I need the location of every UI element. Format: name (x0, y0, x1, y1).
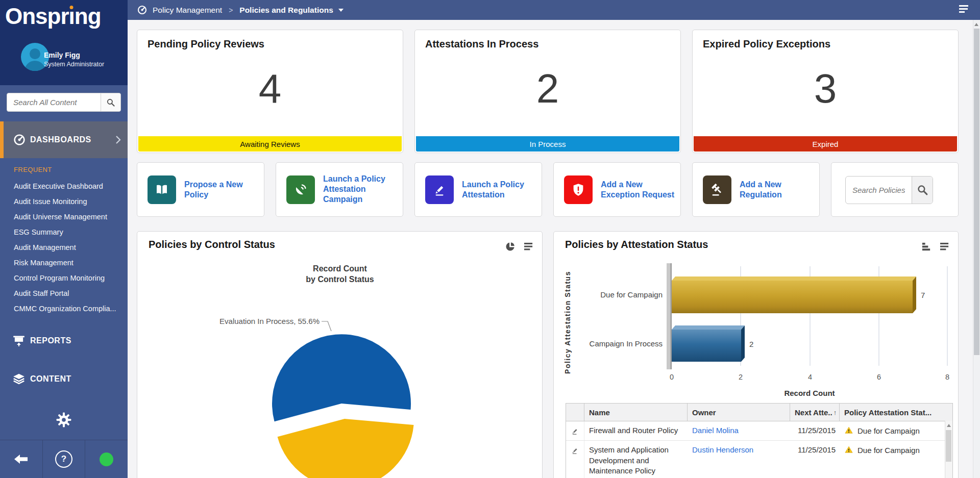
status-button[interactable] (85, 440, 128, 478)
sidebar-dashboards-label: DASHBOARDS (30, 121, 91, 158)
gear-icon (55, 411, 72, 429)
status-badge: Awaiting Reviews (138, 136, 402, 152)
cell-name: System and Application Development and M… (584, 441, 688, 478)
green-status-icon (100, 452, 113, 466)
policy-search-button[interactable] (912, 177, 933, 204)
table-header-row: Name Owner Next Atte..↑ Policy Attestati… (566, 404, 952, 421)
satellite-icon (286, 175, 315, 204)
policy-search-input[interactable] (846, 177, 912, 204)
breadcrumb-current[interactable]: Policies and Regulations (239, 6, 333, 15)
kpi-value: 3 (693, 67, 958, 111)
attestation-table: Name Owner Next Atte..↑ Policy Attestati… (566, 403, 953, 478)
kpi-card-expired-policy-exceptions[interactable]: Expired Policy Exceptions 3 Expired (692, 30, 959, 153)
bar-campaign-in-process[interactable] (672, 325, 745, 362)
column-header-owner[interactable]: Owner (688, 404, 790, 421)
sidebar-item-audit-executive-dashboard[interactable]: Audit Executive Dashboard (14, 179, 124, 194)
page-scrollbar[interactable] (973, 20, 980, 478)
admin-settings-button[interactable] (55, 411, 72, 431)
edit-column-header (566, 404, 584, 421)
search-icon (106, 98, 115, 107)
sidebar-item-audit-staff-portal[interactable]: Audit Staff Portal (14, 286, 124, 301)
global-search-button[interactable] (101, 93, 120, 111)
sidebar-item-cmmc-organization-compliance[interactable]: CMMC Organization Complia... (14, 301, 124, 316)
launch-attestation-campaign-button[interactable]: Launch a Policy Attestation Campaign (276, 162, 403, 217)
value-label: 7 (921, 291, 925, 299)
annotation-leader-line (322, 321, 331, 331)
sidebar-item-risk-management[interactable]: Risk Management (14, 255, 124, 270)
action-label: Launch a Policy Attestation (462, 179, 537, 200)
propose-new-policy-button[interactable]: Propose a New Policy (137, 162, 264, 217)
logo-block: Onsprıng Emily Figg System Administrator (0, 0, 128, 85)
pie-slice-evaluation-in-process[interactable] (272, 334, 411, 421)
action-label: Launch a Policy Attestation Campaign (323, 174, 399, 205)
collapse-sidebar-button[interactable] (0, 440, 43, 478)
book-icon (148, 175, 176, 204)
edit-pencil-icon (571, 426, 579, 435)
global-search-input[interactable] (7, 93, 101, 111)
panel-policies-by-attestation-status: Policies by Attestation Status (553, 231, 959, 478)
kpi-title: Pending Policy Reviews (148, 38, 264, 50)
kpi-card-attestations-in-process[interactable]: Attestations In Process 2 In Process (414, 30, 681, 153)
pencil-icon (425, 175, 454, 204)
action-label: Add a New Regulation (740, 179, 815, 200)
svg-text:0: 0 (670, 373, 674, 381)
shield-alert-icon (564, 175, 593, 204)
edit-record-button[interactable] (566, 441, 584, 478)
user-name: Emily Figg (44, 51, 80, 59)
y-axis-label: Policy Attestation Status (564, 271, 572, 374)
scroll-up-icon[interactable] (974, 23, 978, 26)
sidebar-item-control-program-monitoring[interactable]: Control Program Monitoring (14, 270, 124, 286)
back-arrow-icon (13, 453, 29, 465)
policy-search-card (831, 162, 959, 217)
add-regulation-button[interactable]: Add a New Regulation (692, 162, 820, 217)
dashboards-icon (13, 133, 26, 148)
gavel-icon (703, 175, 731, 204)
sidebar-item-esg-summary[interactable]: ESG Summary (14, 224, 124, 240)
breadcrumb-separator: > (229, 6, 233, 14)
sidebar-item-content[interactable]: CONTENT (0, 366, 128, 392)
bar-due-for-campaign[interactable] (672, 276, 916, 313)
sidebar-item-reports[interactable]: REPORTS (0, 328, 128, 354)
onspring-logo[interactable]: Onsprıng (5, 2, 101, 31)
global-search (7, 93, 121, 112)
sidebar-content-label: CONTENT (30, 366, 71, 392)
sidebar-item-audit-universe-management[interactable]: Audit Universe Management (14, 209, 124, 224)
breadcrumb-root[interactable]: Policy Management (153, 6, 222, 15)
column-header-next-attestation[interactable]: Next Atte..↑ (790, 404, 840, 421)
sidebar-item-dashboards[interactable]: DASHBOARDS (0, 121, 128, 158)
add-exception-request-button[interactable]: Add a New Exception Request (553, 162, 681, 217)
help-button[interactable]: ? (43, 440, 86, 478)
cell-owner-link[interactable]: Dustin Henderson (688, 441, 790, 478)
kpi-card-pending-policy-reviews[interactable]: Pending Policy Reviews 4 Awaiting Review… (137, 30, 403, 153)
breadcrumb-dashboard-icon (137, 5, 148, 15)
edit-record-button[interactable] (566, 421, 584, 440)
table-row[interactable]: Firewall and Router Policy Daniel Molina… (566, 421, 952, 441)
app-root: Onsprıng Emily Figg System Administrator (0, 0, 980, 478)
table-scrollbar[interactable] (945, 421, 952, 478)
search-icon (917, 184, 928, 196)
topbar-menu-button[interactable] (959, 5, 969, 14)
bar-chart[interactable]: Due for Campaign Campaign In Process 7 2… (554, 232, 959, 403)
main-content: Pending Policy Reviews 4 Awaiting Review… (128, 20, 973, 478)
column-header-name[interactable]: Name (584, 404, 688, 421)
svg-text:6: 6 (877, 373, 881, 381)
pie-slice-second[interactable] (278, 419, 414, 478)
caret-down-icon[interactable] (338, 9, 344, 12)
kpi-title: Expired Policy Exceptions (703, 38, 830, 50)
user-role: System Administrator (44, 61, 104, 68)
cell-attestation-status: Due for Campaign (840, 441, 945, 478)
scrollbar-thumb[interactable] (946, 430, 951, 462)
launch-policy-attestation-button[interactable]: Launch a Policy Attestation (414, 162, 542, 217)
sidebar-item-audit-issue-monitoring[interactable]: Audit Issue Monitoring (14, 194, 124, 209)
column-header-attestation-status[interactable]: Policy Attestation Stat... (840, 404, 945, 421)
chevron-right-icon (115, 135, 121, 146)
sidebar-item-audit-management[interactable]: Audit Management (14, 240, 124, 255)
status-badge: Expired (694, 136, 957, 152)
content-icon (12, 372, 26, 388)
table-row[interactable]: System and Application Development and M… (566, 441, 952, 478)
scroll-up-icon[interactable] (947, 424, 951, 427)
pie-chart[interactable]: Record Count by Control Status Evaluatio… (137, 232, 543, 478)
cell-owner-link[interactable]: Daniel Molina (688, 421, 790, 440)
active-stripe (0, 121, 4, 158)
scrollbar-thumb[interactable] (974, 29, 979, 355)
